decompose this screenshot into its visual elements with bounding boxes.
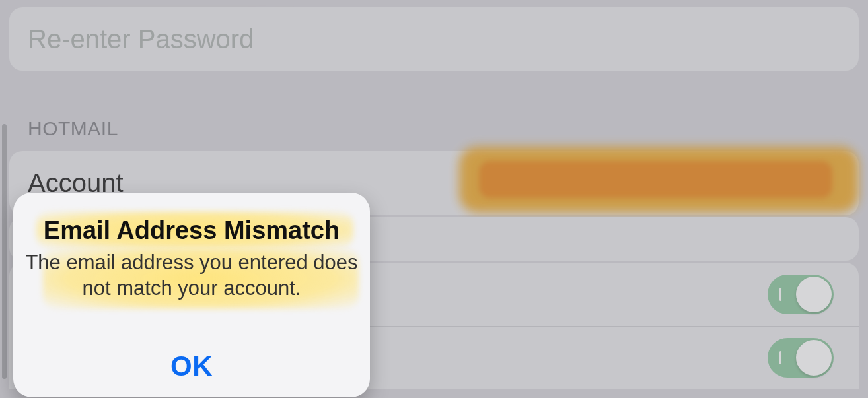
toggle-on-indicator: [779, 288, 781, 301]
toggle-on-indicator: [779, 351, 781, 364]
password-placeholder-text: Re-enter Password: [28, 24, 254, 53]
section-header-hotmail: HOTMAIL: [28, 117, 118, 140]
toggle-switch-2[interactable]: [768, 338, 834, 378]
ok-button[interactable]: OK: [13, 335, 370, 397]
toggle-knob: [796, 340, 832, 376]
toggle-knob: [796, 277, 832, 312]
alert-body: Email Address Mismatch The email address…: [13, 193, 370, 335]
password-input[interactable]: Re-enter Password: [28, 24, 254, 54]
redacted-account-value: [459, 147, 859, 213]
alert-dialog: Email Address Mismatch The email address…: [13, 193, 370, 397]
scroll-indicator[interactable]: [2, 124, 7, 379]
alert-title: Email Address Mismatch: [25, 216, 358, 245]
toggle-switch-1[interactable]: [768, 275, 834, 314]
password-row[interactable]: Re-enter Password: [9, 7, 859, 71]
alert-message: The email address you entered does not m…: [25, 250, 358, 302]
